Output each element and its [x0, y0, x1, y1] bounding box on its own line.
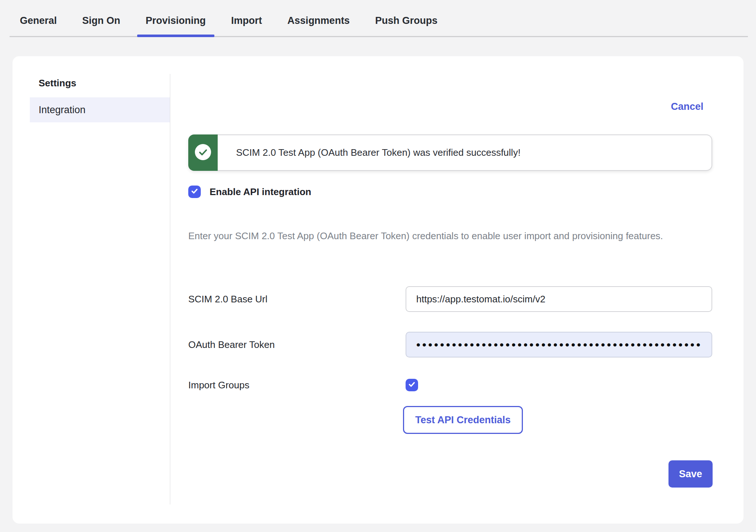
- tab-bar: General Sign On Provisioning Import Assi…: [10, 0, 748, 37]
- import-groups-checkbox[interactable]: [406, 379, 418, 391]
- base-url-label: SCIM 2.0 Base Url: [188, 294, 406, 305]
- check-circle-icon: [195, 144, 211, 162]
- sidebar-divider: [170, 74, 170, 504]
- provisioning-card: Settings Integration Cancel SCI: [13, 56, 743, 524]
- tab-general[interactable]: General: [11, 15, 65, 36]
- test-api-credentials-button[interactable]: Test API Credentials: [403, 406, 523, 434]
- sidebar-item-integration[interactable]: Integration: [30, 97, 170, 122]
- import-groups-row: Import Groups: [188, 379, 712, 391]
- tab-push-groups[interactable]: Push Groups: [367, 15, 446, 36]
- tab-import[interactable]: Import: [223, 15, 271, 36]
- sidebar-title: Settings: [39, 78, 76, 89]
- provisioning-settings-page: General Sign On Provisioning Import Assi…: [0, 0, 756, 532]
- checkmark-icon: [407, 380, 416, 390]
- integration-form: Cancel SCIM 2.0 Test App (OAuth Bearer T…: [188, 56, 712, 524]
- import-groups-label: Import Groups: [188, 380, 406, 391]
- oauth-bearer-token-input[interactable]: [406, 332, 712, 357]
- tab-sign-on[interactable]: Sign On: [74, 15, 129, 36]
- success-banner-icon-block: [188, 134, 218, 171]
- enable-api-integration-label: Enable API integration: [210, 186, 311, 198]
- success-banner-message: SCIM 2.0 Test App (OAuth Bearer Token) w…: [218, 134, 712, 171]
- oauth-token-label: OAuth Bearer Token: [188, 339, 406, 351]
- cancel-link[interactable]: Cancel: [671, 101, 703, 112]
- settings-sidebar: Settings Integration: [13, 56, 170, 524]
- base-url-input[interactable]: [406, 286, 712, 312]
- credentials-description: Enter your SCIM 2.0 Test App (OAuth Bear…: [188, 227, 707, 245]
- base-url-row: SCIM 2.0 Base Url: [188, 286, 712, 312]
- checkmark-icon: [190, 187, 199, 197]
- sidebar-item-label: Integration: [39, 104, 86, 116]
- tab-assignments[interactable]: Assignments: [279, 15, 359, 36]
- tab-provisioning[interactable]: Provisioning: [137, 15, 214, 36]
- save-button[interactable]: Save: [668, 460, 713, 488]
- success-banner: SCIM 2.0 Test App (OAuth Bearer Token) w…: [188, 134, 712, 171]
- oauth-token-row: OAuth Bearer Token: [188, 332, 712, 357]
- enable-api-integration-row: Enable API integration: [188, 186, 311, 198]
- enable-api-integration-checkbox[interactable]: [188, 186, 201, 198]
